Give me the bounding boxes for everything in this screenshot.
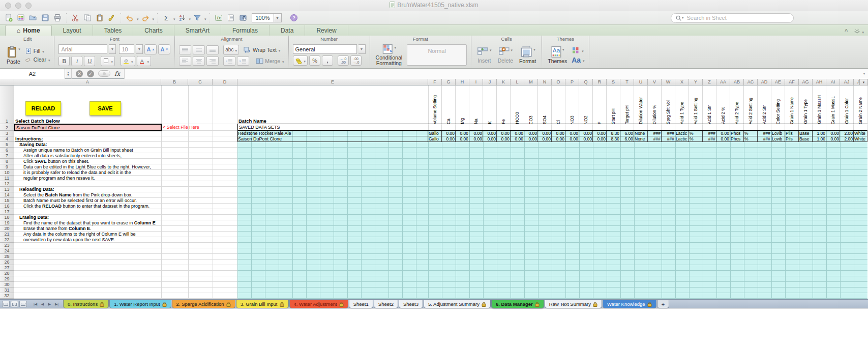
cell-AD4[interactable]: ###	[758, 136, 771, 142]
cell-W4[interactable]: ###	[662, 136, 675, 142]
row-header-21[interactable]: 21	[0, 232, 14, 237]
cell-T3[interactable]: 6.00	[620, 131, 634, 136]
row-header-29[interactable]: 29	[0, 276, 14, 282]
cell-G1[interactable]: Ca	[442, 85, 456, 124]
cell-N3[interactable]: 0.00	[538, 131, 552, 136]
cell-AC4[interactable]: %	[744, 136, 758, 142]
row-header-3[interactable]: 3	[0, 131, 14, 136]
column-header-P[interactable]: P	[565, 79, 579, 85]
row-header-12[interactable]: 12	[0, 181, 14, 187]
fill-color-button[interactable]	[121, 56, 135, 66]
italic-button[interactable]: I	[71, 56, 82, 66]
column-header-M[interactable]: M	[524, 79, 538, 85]
cell-Q3[interactable]: 0.00	[579, 131, 593, 136]
cell-E4[interactable]: Saison DuPont Clone	[237, 136, 428, 142]
column-header-O[interactable]: O	[552, 79, 565, 85]
cell-Q4[interactable]: 0.00	[579, 136, 593, 142]
cell-AA3[interactable]: 0.00	[716, 131, 730, 136]
cell-Y3[interactable]: %	[689, 131, 703, 136]
print-icon[interactable]	[52, 12, 63, 23]
cell-AJ4[interactable]: 2.00	[840, 136, 854, 142]
formula-input[interactable]	[124, 69, 868, 79]
cell-L1[interactable]: HCO3	[511, 85, 524, 124]
cell-F3[interactable]: Gallo	[428, 131, 442, 136]
cell-K3[interactable]: 0.00	[497, 131, 511, 136]
decrease-indent-icon[interactable]	[223, 56, 235, 66]
font-color-button[interactable]: A	[137, 56, 152, 66]
cell-AE3[interactable]: Lovib	[771, 131, 785, 136]
row-header-4[interactable]: 4	[0, 136, 14, 142]
previous-sheet-icon[interactable]: ◀	[39, 301, 46, 307]
ribbon-settings-gear-icon[interactable]	[854, 26, 864, 36]
ribbon-tab-layout[interactable]: Layout	[52, 25, 93, 36]
cell-A5[interactable]: Saving Data:	[19, 142, 47, 148]
save-button[interactable]: SAVE	[89, 101, 121, 116]
page-layout-view-icon[interactable]	[11, 301, 18, 307]
column-header-AG[interactable]: AG	[799, 79, 813, 85]
cell-A6[interactable]: Assign unique name to Batch on Grain Bil…	[23, 148, 133, 153]
column-header-R[interactable]: R	[593, 79, 607, 85]
cell-A19[interactable]: Find the name of the dataset that you wa…	[23, 220, 156, 226]
row-header-18[interactable]: 18	[0, 215, 14, 220]
row-header-10[interactable]: 10	[0, 170, 14, 176]
cell-I4[interactable]: 0.00	[469, 136, 483, 142]
align-right-icon[interactable]	[206, 56, 219, 66]
column-header-U[interactable]: U	[634, 79, 648, 85]
sheet-tab-0-instructions[interactable]: 0. Instructions	[63, 300, 109, 308]
increase-indent-icon[interactable]	[237, 56, 249, 66]
row-header-22[interactable]: 22	[0, 237, 14, 243]
cell-H3[interactable]: 0.00	[456, 131, 469, 136]
row-header-2[interactable]: 2	[0, 124, 14, 131]
cell-AC3[interactable]: %	[744, 131, 758, 136]
cell-G3[interactable]: 0.00	[442, 131, 456, 136]
cell-AK3[interactable]: White	[854, 131, 867, 136]
search-input[interactable]	[687, 15, 789, 21]
collapse-ribbon-icon[interactable]: ^	[845, 28, 848, 34]
column-header-AF[interactable]: AF	[785, 79, 799, 85]
scroll-caret-icon[interactable]: ▼	[859, 79, 868, 85]
save-icon[interactable]	[40, 12, 51, 23]
row-header-11[interactable]: 11	[0, 176, 14, 181]
filter-icon[interactable]	[192, 12, 203, 23]
bold-button[interactable]: B	[58, 56, 70, 66]
cell-A8[interactable]: Click SAVE button on this sheet.	[23, 159, 89, 164]
formula-builder-toggle[interactable]	[98, 70, 110, 77]
sheet-tab-1-water-report-input[interactable]: 1. Water Report Input	[109, 300, 171, 308]
cell-A18[interactable]: Erasing Data:	[19, 215, 49, 220]
column-header-D[interactable]: D	[213, 79, 237, 85]
align-top-icon[interactable]	[179, 45, 191, 54]
cell-X1[interactable]: Acid 1 Type	[675, 85, 689, 124]
row-header-13[interactable]: 13	[0, 187, 14, 192]
cell-Z3[interactable]: ###	[703, 131, 716, 136]
cell-A15[interactable]: Batch Name must be selected first or an …	[23, 198, 137, 204]
row-header-26[interactable]: 26	[0, 260, 14, 265]
paste-button[interactable]: Paste	[5, 45, 22, 65]
row-header-16[interactable]: 16	[0, 204, 14, 209]
cell-style-well[interactable]: Normal	[407, 44, 467, 66]
ribbon-tab-home[interactable]: ⌂Home	[5, 25, 52, 36]
font-size-combo[interactable]: 10	[119, 44, 134, 54]
autosum-caret-icon[interactable]	[173, 13, 175, 22]
cell-W1[interactable]: Sprg Sht Vol	[662, 85, 675, 124]
column-header-Z[interactable]: Z	[703, 79, 716, 85]
font-family-combo[interactable]: Arial	[58, 44, 107, 54]
name-box[interactable]: A2	[0, 69, 65, 79]
decrease-decimal-button[interactable]: ←.0.00	[338, 55, 349, 66]
row-header-30[interactable]: 30	[0, 282, 14, 288]
cell-AI3[interactable]: 0.00	[826, 131, 840, 136]
insert-cells-button[interactable]: Insert	[475, 46, 493, 64]
formula-builder-icon[interactable]: fx	[213, 12, 224, 23]
cell-AI4[interactable]: 0.00	[826, 136, 840, 142]
cell-N4[interactable]: 0.00	[538, 136, 552, 142]
cell-J1[interactable]: K	[483, 85, 497, 124]
row-header-32[interactable]: 32	[0, 293, 14, 299]
page-break-view-icon[interactable]	[19, 301, 27, 307]
cell-AG4[interactable]: Base	[799, 136, 813, 142]
cell-H4[interactable]: 0.00	[456, 136, 469, 142]
cell-F4[interactable]: Gallo	[428, 136, 442, 142]
cell-AD3[interactable]: ###	[758, 131, 771, 136]
row-header-7[interactable]: 7	[0, 153, 14, 159]
column-header-AH[interactable]: AH	[813, 79, 826, 85]
cancel-icon[interactable]: ✕	[76, 70, 83, 77]
spreadsheet-grid[interactable]: Volume SettingCaMgNaKFeHCO3CO3SO4ClNO3NO…	[0, 79, 868, 299]
